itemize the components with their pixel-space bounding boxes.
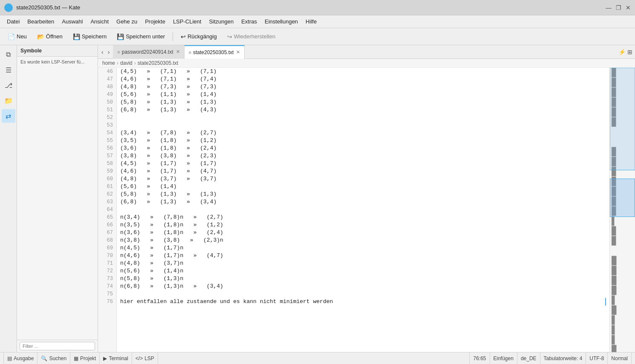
- code-line-69: n(4,5) » (1,7)n: [120, 244, 606, 252]
- status-output[interactable]: ▤ Ausgabe: [3, 352, 38, 364]
- sidebar-icon-rail: ⧉☰⎇📁⇄: [0, 45, 17, 352]
- breadcrumb-home[interactable]: home: [102, 60, 115, 66]
- code-line-73: n(5,8) » (1,3)n: [120, 275, 606, 283]
- code-line-68: n(3,8) » (3,8) » (2,3)n: [120, 237, 606, 244]
- menu-item-einstellungen[interactable]: Einstellungen: [261, 17, 301, 26]
- menu-item-sitzungen[interactable]: Sitzungen: [205, 17, 237, 26]
- line-number-55: 55: [101, 137, 113, 144]
- tab-close-button[interactable]: ✕: [176, 49, 180, 55]
- line-number-47: 47: [101, 75, 113, 83]
- menu-item-ansicht[interactable]: Ansicht: [87, 17, 112, 26]
- tab-pin-button[interactable]: ⚡: [618, 49, 626, 55]
- open-icon: 📂: [37, 33, 44, 40]
- output-label: Ausgabe: [14, 355, 34, 361]
- side-panel-filter: [17, 340, 98, 352]
- toolbar-separator: [173, 32, 173, 41]
- code-line-56: (3,6) » (1,8) » (2,4): [120, 144, 606, 152]
- tab-password-file[interactable]: ≡ password20240914.txt ✕: [113, 45, 184, 59]
- line-number-60: 60: [101, 175, 113, 183]
- code-line-53: [120, 121, 606, 129]
- status-tab-width[interactable]: Tabulatorweite: 4: [540, 352, 586, 364]
- line-number-61: 61: [101, 183, 113, 191]
- encoding-text: UTF-8: [589, 355, 604, 361]
- code-line-62: (5,8) » (1,3) » (1,3): [120, 191, 606, 198]
- status-project[interactable]: ▦ Projekt: [70, 352, 100, 364]
- close-button[interactable]: ✕: [626, 4, 631, 11]
- breadcrumb-file[interactable]: state20250305.txt: [138, 60, 178, 66]
- code-line-66: n(3,5) » (1,8)n » (1,2): [120, 221, 606, 229]
- tab-back-button[interactable]: ‹: [100, 48, 105, 56]
- code-line-76: hier entfallen alle zustaende und es kan…: [120, 298, 606, 306]
- status-locale[interactable]: de_DE: [517, 352, 540, 364]
- menu-bar: DateiBearbeitenAuswahlAnsichtGehe zuProj…: [0, 15, 635, 28]
- line-number-73: 73: [101, 275, 113, 283]
- line-number-46: 46: [101, 68, 113, 75]
- tab-bar: ‹ › ≡ password20240914.txt ✕ ≡ state2025…: [98, 45, 635, 59]
- side-panel-header: Symbole: [17, 45, 98, 57]
- status-terminal[interactable]: ▶ Terminal: [100, 352, 132, 364]
- menu-item-gehe zu[interactable]: Gehe zu: [113, 17, 141, 26]
- line-number-67: 67: [101, 229, 113, 237]
- breadcrumb-david[interactable]: david: [120, 60, 133, 66]
- app-icon: [4, 3, 13, 12]
- tab-state-file[interactable]: ≡ state20250305.txt ✕: [185, 45, 245, 59]
- menu-item-projekte[interactable]: Projekte: [141, 17, 169, 26]
- line-number-65: 65: [101, 214, 113, 221]
- editor-area: ‹ › ≡ password20240914.txt ✕ ≡ state2025…: [98, 45, 635, 352]
- tab-forward-button[interactable]: ›: [106, 48, 112, 56]
- undo-button[interactable]: ↩ Rückgängig: [176, 32, 221, 42]
- redo-button[interactable]: ↪ Wiederherstellen: [223, 32, 280, 42]
- code-line-64: [120, 206, 606, 214]
- tab-label-active: state20250305.txt: [193, 49, 234, 55]
- restore-button[interactable]: ❐: [616, 4, 621, 11]
- tab-close-active-button[interactable]: ✕: [236, 49, 240, 55]
- tab-actions: ⚡ ⊞: [616, 49, 635, 55]
- plugin-icon[interactable]: ⇄: [2, 109, 15, 123]
- menu-item-datei[interactable]: Datei: [3, 17, 23, 26]
- status-encoding[interactable]: UTF-8: [586, 352, 608, 364]
- menu-item-auswahl[interactable]: Auswahl: [58, 17, 86, 26]
- documents-icon[interactable]: ⧉: [2, 48, 15, 61]
- status-bar: ▤ Ausgabe 🔍 Suchen ▦ Projekt ▶ Terminal …: [0, 352, 635, 364]
- code-line-48: (4,8) » (7,3) » (7,3): [120, 83, 606, 91]
- line-number-57: 57: [101, 152, 113, 160]
- new-button[interactable]: 📄 Neu: [3, 32, 31, 42]
- open-button[interactable]: 📂 Öffnen: [33, 32, 67, 42]
- menu-item-hilfe[interactable]: Hilfe: [302, 17, 320, 26]
- line-number-63: 63: [101, 198, 113, 206]
- git-icon[interactable]: ⎇: [2, 78, 15, 92]
- code-line-74: n(6,8) » (1,3)n » (3,4): [120, 283, 606, 290]
- status-insert-mode[interactable]: Einfügen: [490, 352, 517, 364]
- list-icon[interactable]: ☰: [2, 63, 15, 77]
- code-line-50: (5,8) » (1,3) » (1,3): [120, 98, 606, 106]
- filter-input[interactable]: [20, 342, 95, 350]
- save-icon: 💾: [73, 33, 80, 40]
- save-as-icon: 💾: [117, 33, 124, 40]
- status-position[interactable]: 76:65: [469, 352, 490, 364]
- status-mode[interactable]: Normal: [608, 352, 632, 364]
- minimize-button[interactable]: —: [606, 4, 612, 11]
- code-line-60: (4,8) » (3,7) » (3,7): [120, 175, 606, 183]
- menu-item-extras[interactable]: Extras: [238, 17, 260, 26]
- status-lsp[interactable]: </> LSP: [132, 352, 158, 364]
- save-button[interactable]: 💾 Speichern: [69, 32, 111, 42]
- menu-item-lsp-client[interactable]: LSP-CLient: [170, 17, 205, 26]
- mode-text: Normal: [611, 355, 628, 361]
- code-editor[interactable]: (4,5) » (7,1) » (7,1)(4,6) » (7,1) » (7,…: [117, 68, 609, 352]
- status-search[interactable]: 🔍 Suchen: [38, 352, 70, 364]
- code-line-52: [120, 114, 606, 121]
- undo-icon: ↩: [181, 33, 186, 40]
- breadcrumb: home › david › state20250305.txt: [98, 59, 635, 68]
- code-line-71: n(4,8) » (3,7)n: [120, 260, 606, 267]
- folder-icon[interactable]: 📁: [2, 94, 15, 107]
- redo-icon: ↪: [227, 33, 232, 40]
- lsp-icon: </>: [136, 355, 143, 361]
- main-area: ⧉☰⎇📁⇄ Symbole Es wurde kein LSP-Server f…: [0, 45, 635, 352]
- tab-split-button[interactable]: ⊞: [627, 49, 632, 55]
- line-number-64: 64: [101, 206, 113, 214]
- save-as-button[interactable]: 💾 Speichern unter: [113, 32, 169, 42]
- title-text: state20250305.txt — Kate: [16, 4, 80, 11]
- menu-item-bearbeiten[interactable]: Bearbeiten: [24, 17, 58, 26]
- line-number-72: 72: [101, 267, 113, 275]
- line-number-51: 51: [101, 106, 113, 114]
